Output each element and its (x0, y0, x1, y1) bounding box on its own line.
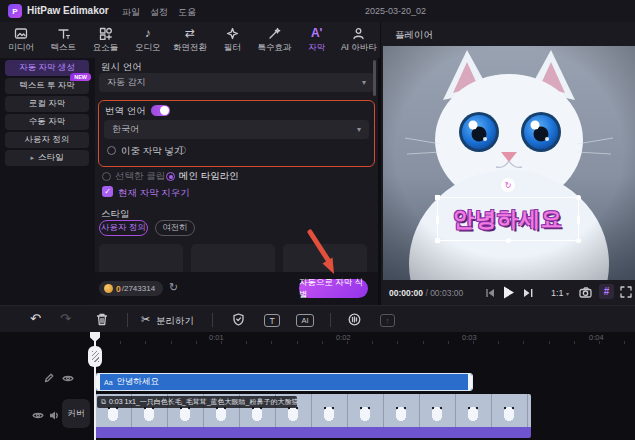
selection-handle[interactable] (577, 215, 580, 224)
info-icon[interactable]: ⓘ (177, 144, 186, 157)
expander-icon: ▸ (30, 154, 34, 162)
pointer-arrow (298, 226, 346, 282)
subtitle-track-visibility-icon[interactable] (62, 374, 74, 383)
selection-handle[interactable] (576, 195, 581, 200)
selection-handle[interactable] (506, 238, 511, 243)
video-clip-thumbnails[interactable]: ⧉ 0:03 1x1_一只白色长毛_毛茸茸_蓝色大眼睛_粉鼻子的大脸猫_求抱抱 (95, 394, 531, 427)
tab-filter[interactable]: 필터 (211, 22, 253, 58)
text-icon (57, 26, 70, 40)
ruler-label: 0:01 (209, 333, 224, 342)
video-track-visibility-icon[interactable] (32, 411, 44, 420)
subtitle-track-edit-icon[interactable] (44, 373, 54, 383)
menu-file[interactable]: 파일 (122, 6, 140, 19)
prev-frame-button[interactable] (485, 288, 495, 298)
dual-subtitle-radio[interactable] (107, 146, 116, 155)
redo-button[interactable]: ↷ (60, 311, 71, 326)
dropdown-value: 자동 감지 (107, 76, 146, 89)
cat-video-frame (383, 46, 635, 280)
rotate-handle[interactable]: ↻ (501, 178, 515, 192)
ai-tool-button[interactable]: AI (296, 314, 314, 327)
grid-icon: # (604, 286, 610, 297)
tab-subtitle[interactable]: A' 자막 (296, 22, 338, 58)
chevron-down-icon: ▾ (362, 78, 366, 87)
mixer-button[interactable] (348, 313, 361, 326)
export-clip-button[interactable]: ↑ (380, 314, 395, 327)
sidebar-item-text-to-subtitle[interactable]: 텍스트 투 자막 NEW (5, 78, 89, 94)
tab-audio[interactable]: ♪ 오디오 (127, 22, 169, 58)
overlay-text: 안녕하세요 (438, 198, 578, 240)
ruler-label: 0:03 (462, 333, 477, 342)
clip-right-handle[interactable] (468, 374, 472, 390)
credits-pill: 0 /2743314 (99, 281, 163, 296)
selection-handle[interactable] (435, 195, 440, 200)
cover-button[interactable]: 커버 (62, 399, 90, 428)
translate-toggle[interactable] (151, 105, 170, 116)
subtitle-clip[interactable]: Aa 안녕하세요 (95, 373, 473, 391)
tab-media[interactable]: 미디어 (0, 22, 42, 58)
menu-settings[interactable]: 설정 (150, 6, 168, 19)
style-tab-still[interactable]: 여전히 (155, 220, 195, 236)
coin-icon (104, 284, 113, 293)
zoom-level-dropdown[interactable]: 1:1 ▾ (551, 288, 569, 298)
clip-media-icon: ⧉ (101, 398, 106, 406)
style-tab-label: 여전히 (162, 222, 188, 234)
text-tool-button[interactable]: T (264, 314, 280, 327)
style-tab-custom[interactable]: 사용자 정의 (99, 220, 148, 236)
media-icon (14, 26, 28, 40)
clip-left-handle[interactable] (96, 374, 100, 390)
video-clip-label: 0:03 1x1_一只白色长毛_毛茸茸_蓝色大眼睛_粉鼻子的大脸猫_求抱抱 (109, 397, 297, 407)
tab-label: AI 아바타 (341, 42, 377, 54)
sidebar-item-local-subtitle[interactable]: 로컬 자막 (5, 96, 89, 112)
panel-scrollbar[interactable] (373, 60, 376, 96)
playhead-marker-tag[interactable] (88, 346, 102, 367)
split-button-icon[interactable]: ✂ (141, 313, 150, 326)
selection-handle[interactable] (576, 238, 581, 243)
shield-badge-button[interactable] (232, 313, 245, 326)
credits-total: /2743314 (122, 284, 155, 293)
app-logo: P (8, 4, 22, 18)
play-button[interactable] (503, 286, 515, 299)
tab-ai-avatar[interactable]: AI 아바타 (338, 22, 380, 58)
dual-subtitle-label: 이중 자막 넣기 (121, 145, 183, 158)
app-title: HitPaw Edimakor (27, 5, 109, 16)
new-badge: NEW (70, 73, 91, 81)
timeline-ruler[interactable]: 0:01 0:02 0:03 0:04 (95, 332, 635, 344)
translate-language-dropdown[interactable]: 한국어 ▾ (104, 120, 369, 139)
sidebar-item-custom[interactable]: 사용자 정의 (5, 132, 89, 148)
next-frame-button[interactable] (523, 288, 533, 298)
zoom-value: 1:1 (551, 288, 564, 298)
video-viewport[interactable]: ↻ 안녕하세요 (383, 46, 635, 280)
tab-elements[interactable]: 요소들 (84, 22, 126, 58)
undo-button[interactable]: ↶ (30, 311, 41, 326)
selection-handle[interactable] (435, 238, 440, 243)
text-overlay-selection[interactable]: 안녕하세요 (437, 197, 579, 241)
player-controls: 00:00:00 / 00:03:00 1:1 ▾ # (381, 280, 635, 305)
grid-toggle[interactable]: # (599, 284, 614, 299)
sidebar-item-style[interactable]: ▸ 스타일 (5, 150, 89, 166)
source-language-dropdown[interactable]: 자동 감지 ▾ (99, 73, 374, 92)
video-track-mute-icon[interactable] (49, 410, 60, 421)
refresh-icon[interactable]: ↻ (169, 281, 178, 294)
selection-handle[interactable] (436, 215, 439, 224)
main-timeline-radio[interactable] (166, 172, 175, 181)
sidebar-item-manual-subtitle[interactable]: 수동 자막 (5, 114, 89, 130)
selected-clip-radio[interactable] (102, 172, 111, 181)
tab-effects[interactable]: 특수효과 (253, 22, 295, 58)
split-button-label[interactable]: 분리하기 (156, 315, 194, 328)
subtitle-clip-text: 안녕하세요 (117, 376, 160, 388)
dropdown-value: 한국어 (112, 123, 139, 136)
toggle-knob (160, 106, 169, 115)
video-clip-audio-bar[interactable] (95, 427, 531, 438)
snapshot-icon[interactable] (579, 287, 592, 298)
clear-subtitle-checkbox[interactable]: ✓ (102, 186, 113, 197)
toolbar-divider (212, 313, 213, 327)
tab-text[interactable]: 텍스트 (42, 22, 84, 58)
fullscreen-icon[interactable] (620, 286, 632, 298)
sidebar-item-label: 사용자 정의 (25, 134, 70, 146)
subtitle-icon: A' (311, 26, 323, 40)
trash-button[interactable] (96, 313, 108, 326)
tab-transition[interactable]: ⇄ 화면전환 (169, 22, 211, 58)
translate-highlight-box: 번역 언어 한국어 ▾ 이중 자막 넣기 ⓘ (98, 100, 375, 167)
menu-help[interactable]: 도움 (178, 6, 196, 19)
app-window: P HitPaw Edimakor 파일 설정 도움 2025-03-20_02… (0, 0, 635, 440)
